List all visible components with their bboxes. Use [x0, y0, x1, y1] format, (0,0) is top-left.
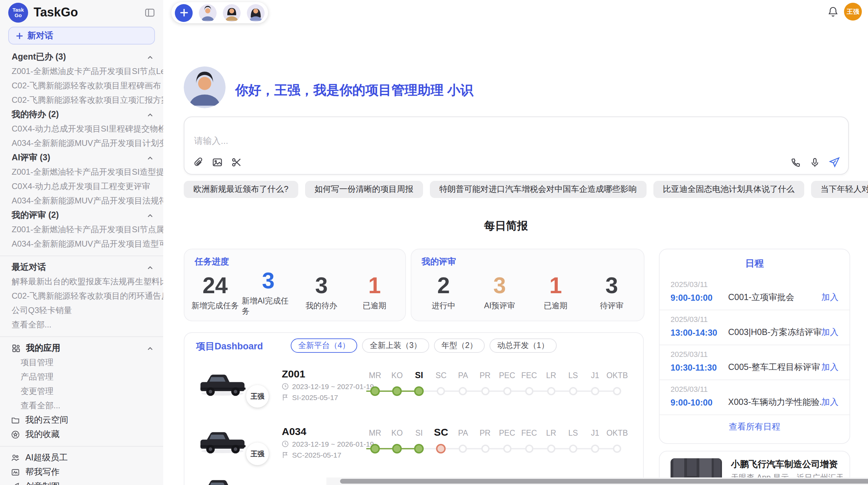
schedule-date: 2025/03/11 [671, 385, 839, 393]
milestone-dot [392, 444, 402, 453]
join-link[interactable]: 加入 [821, 397, 839, 408]
send-icon[interactable] [829, 157, 840, 168]
session-switcher [171, 2, 268, 23]
sidebar-section-title: 我的评审 (2) [12, 210, 59, 221]
sidebar-item[interactable]: Z001-全新燃油皮卡产品开发项目SI节点Lesson Learn报告 [0, 64, 163, 79]
stat-label: 新增AI完成任务 [242, 296, 295, 316]
milestone-dot [613, 445, 621, 453]
briefing-card-title: 我的评审 [422, 256, 456, 268]
sidebar-item[interactable]: C02-飞腾新能源轻客改款项目立项汇报方案 [0, 93, 163, 108]
stat-column: 24新增完成任务 [189, 270, 242, 315]
sidebar-item[interactable]: 查看全部... [0, 318, 163, 332]
sidebar-tool-write[interactable]: 帮我写作 [0, 465, 163, 480]
sidebar-section-title: 我的待办 (2) [12, 109, 59, 121]
milestone-dot [370, 386, 380, 396]
sidebar-section-header[interactable]: Agent已办 (3) [0, 50, 163, 64]
paperclip-icon[interactable] [193, 157, 204, 168]
filter-chip[interactable]: 全新上装（3） [362, 338, 429, 353]
sidebar-section-header[interactable]: 最近对话 [0, 260, 163, 275]
image-icon[interactable] [212, 157, 223, 168]
sidebar-section-header[interactable]: AI评审 (3) [0, 151, 163, 165]
join-link[interactable]: 加入 [821, 292, 839, 303]
suggestion-chip[interactable]: 欧洲新规最近颁布了什么? [184, 181, 298, 198]
view-all-schedule-link[interactable]: 查看所有日程 [660, 414, 849, 439]
sidebar-tool-people[interactable]: AI超级员工 [0, 451, 163, 465]
milestone-label: OKTB [602, 429, 632, 437]
sidebar-section-header[interactable]: 我的评审 (2) [0, 208, 163, 223]
collapse-sidebar-icon[interactable] [145, 8, 155, 18]
composer-actions [791, 157, 840, 168]
sidebar-item[interactable]: C0X4-动力总成开发项目SI里程碑提交物检查 [0, 122, 163, 136]
sidebar-tool-label: 帮我写作 [25, 467, 60, 478]
sidebar-tool-pen[interactable]: 创意制图 [0, 480, 163, 485]
schedule-event[interactable]: 2025/03/119:00-10:00C001-立项审批会加入 [660, 275, 849, 310]
sidebar-section-title: AI评审 (3) [12, 152, 50, 164]
sidebar-item[interactable]: A034-全新新能源MUV产品开发项目计划变更表编写 [0, 136, 163, 151]
sidebar-app-item[interactable]: 产品管理 [0, 370, 163, 384]
agent-avatar-3[interactable] [247, 4, 265, 22]
sidebar-tool-label: 创意制图 [25, 481, 60, 485]
stat-column: 3待评审 [584, 270, 640, 315]
chevron-up-icon [147, 54, 154, 61]
filter-chip[interactable]: 全新平台（4） [291, 338, 358, 353]
suggestion-chip[interactable]: 当下年轻人对汽车外观有怎样的喜好趋势 [811, 181, 868, 198]
schedule-event[interactable]: 2025/03/1113:00-14:30C003|H0B-方案冻结评审加入 [660, 310, 849, 345]
sidebar-item[interactable]: Z001-全新燃油轻卡产品开发项目SI节点属性5D文件评审 [0, 223, 163, 237]
star-icon [11, 430, 20, 439]
project-code: Z001 [282, 368, 305, 380]
schedule-date: 2025/03/11 [671, 315, 839, 323]
sidebar-apps-header[interactable]: 我的应用 [0, 341, 163, 356]
suggestion-chip[interactable]: 特朗普可能对进口汽车增税会对中国车企造成哪些影响 [430, 181, 646, 198]
milestone-label: OKTB [602, 371, 632, 380]
notifications-bell-icon[interactable] [828, 6, 839, 17]
agent-avatar-2[interactable] [223, 4, 241, 22]
stat-value: 24 [203, 274, 228, 297]
filter-chip[interactable]: 动总开发（1） [490, 338, 556, 353]
join-link[interactable]: 加入 [821, 327, 839, 338]
sidebar-app-item[interactable]: 变更管理 [0, 384, 163, 399]
microphone-icon[interactable] [810, 157, 820, 167]
project-dates: 2023-12-19 ~ 2026-01-19 [282, 440, 374, 448]
user-avatar[interactable]: 王强 [844, 3, 862, 21]
horizontal-scrollbar-thumb[interactable] [340, 479, 868, 484]
sidebar-item[interactable]: Z001-全新燃油轻卡产品开发项目SI造型提交物评审 [0, 165, 163, 179]
sidebar-link-folder[interactable]: 我的云空间 [0, 413, 163, 427]
sidebar-item[interactable]: C0X4-动力总成开发项目工程变更评审 [0, 179, 163, 194]
phone-icon[interactable] [791, 157, 801, 167]
sidebar-item[interactable]: A034-全新新能源MUV产品开发项目法规符合性评审 [0, 194, 163, 208]
sidebar-app-item[interactable]: 查看全部... [0, 399, 163, 413]
schedule-event[interactable]: 2025/03/1110:30-11:30C005-整车工程目标评审加入 [660, 345, 849, 380]
milestone-dot [392, 386, 402, 396]
clock-icon [282, 383, 289, 390]
sidebar-item[interactable]: 解释最新出台的欧盟报废车法规再生塑料比例被调至15%... [0, 275, 163, 289]
stat-label: 新增完成任务 [192, 301, 239, 311]
project-dates: 2023-12-19 ~ 2027-01-19 [282, 382, 374, 390]
schedule-event[interactable]: 2025/03/119:00-10:00X003-车辆动力学性能验...加入 [660, 380, 849, 414]
briefing-card-title: 任务进度 [195, 256, 229, 268]
agent-avatar-1[interactable] [199, 4, 217, 22]
schedule-time: 13:00-14:30 [671, 328, 728, 337]
chat-input[interactable] [193, 134, 840, 154]
sidebar-item[interactable]: C02-飞腾新能源轻客改款项目里程碑画布 [0, 79, 163, 93]
milestone-dot [525, 445, 533, 453]
sidebar-app-item[interactable]: 项目管理 [0, 356, 163, 370]
suggestion-chip[interactable]: 如何写一份清晰的项目周报 [305, 181, 423, 198]
add-session-button[interactable] [175, 4, 193, 22]
sidebar-bottom: 我的应用项目管理产品管理变更管理查看全部...我的云空间我的收藏AI超级员工帮我… [0, 336, 163, 485]
stat-value: 3 [605, 274, 618, 297]
filter-chip[interactable]: 年型（2） [434, 338, 485, 353]
project-row[interactable]: 王强Z0012023-12-19 ~ 2027-01-19SI-2025-05-… [184, 362, 643, 420]
chevron-up-icon [147, 212, 154, 219]
sidebar-link-star[interactable]: 我的收藏 [0, 427, 163, 442]
stat-label: 我的待办 [306, 301, 337, 311]
join-link[interactable]: 加入 [821, 362, 839, 373]
scissors-icon[interactable] [231, 157, 242, 168]
sidebar-section-header[interactable]: 我的待办 (2) [0, 108, 163, 122]
sidebar-link-label: 我的收藏 [25, 429, 60, 440]
schedule-card: 日程 2025/03/119:00-10:00C001-立项审批会加入2025/… [659, 249, 850, 444]
new-chat-button[interactable]: 新对话 [8, 27, 155, 45]
suggestion-chip[interactable]: 比亚迪全固态电池计划具体说了什么 [653, 181, 804, 198]
sidebar-item[interactable]: A034-全新新能源MUV产品开发项目造型可行性评审 [0, 237, 163, 251]
sidebar-item[interactable]: 公司Q3轻卡销量 [0, 303, 163, 318]
sidebar-item[interactable]: C02-飞腾新能源轻客改款项目的闭环通告反馈情况 [0, 289, 163, 303]
